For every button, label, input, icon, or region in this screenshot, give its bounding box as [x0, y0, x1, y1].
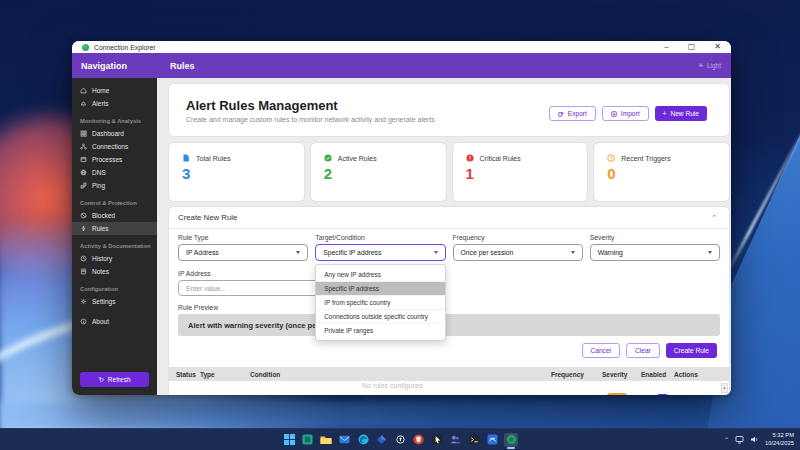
page-header-card: Alert Rules Management Create and manage…: [169, 84, 729, 136]
history-icon: [80, 255, 87, 262]
stat-value: 0: [607, 165, 719, 182]
globe-icon: [80, 169, 87, 176]
taskbar-file-explorer[interactable]: [319, 433, 333, 447]
taskbar-terminal[interactable]: [467, 433, 481, 447]
taskbar-app-teal[interactable]: [301, 433, 315, 447]
taskbar: ⌃ 5:32 PM 10/24/2025: [0, 428, 800, 450]
taskbar-connection-explorer[interactable]: [504, 433, 518, 447]
taskbar-people-app[interactable]: [449, 433, 463, 447]
taskbar-start-button[interactable]: [282, 433, 296, 447]
taskbar-mail[interactable]: [338, 433, 352, 447]
stat-value: 2: [324, 165, 436, 182]
import-icon: [611, 111, 617, 117]
import-button[interactable]: Import: [602, 106, 649, 121]
cursor-icon: [432, 434, 443, 445]
create-rule-button[interactable]: Create Rule: [666, 343, 717, 358]
teal-app-icon: [302, 434, 313, 445]
section-title: Alert Rules Management: [186, 98, 435, 113]
sidebar-item-connections[interactable]: Connections: [72, 140, 157, 153]
stat-value: 3: [182, 165, 294, 182]
blocked-icon: [80, 212, 87, 219]
nav-header: Navigation: [72, 53, 157, 78]
dropdown-option-selected[interactable]: Specific IP address: [316, 282, 444, 296]
field-frequency: Frequency Once per session: [453, 234, 583, 261]
caret-icon: [571, 251, 575, 254]
sidebar-item-ping[interactable]: Ping: [72, 179, 157, 192]
sidebar-item-dashboard[interactable]: Dashboard: [72, 127, 157, 140]
gear-icon: [80, 298, 87, 305]
export-button[interactable]: Export: [549, 106, 596, 121]
clock-icon: [607, 154, 615, 162]
connection-explorer-icon: [506, 434, 517, 445]
collapse-chevron-icon[interactable]: ⌃: [711, 214, 717, 222]
rules-table: Status Type Condition Frequency Severity…: [169, 367, 729, 395]
stat-total-rules: Total Rules 3: [169, 143, 304, 201]
volume-tray-icon[interactable]: [750, 435, 759, 444]
maximize-button[interactable]: ▢: [688, 43, 696, 51]
sidebar-item-home[interactable]: Home: [72, 84, 157, 97]
taskbar-app-diamond[interactable]: [375, 433, 389, 447]
sidebar-section-control: Control & Protection: [80, 200, 157, 206]
taskbar-1password[interactable]: [393, 433, 407, 447]
target-condition-select[interactable]: Specific IP address: [315, 244, 445, 261]
cancel-button[interactable]: Cancel: [582, 343, 621, 358]
rule-preview-label: Rule Preview: [178, 304, 720, 311]
taskbar-clock[interactable]: 5:32 PM 10/24/2025: [765, 432, 794, 448]
field-severity: Severity Warning: [590, 234, 720, 261]
people-icon: [450, 434, 461, 445]
severity-select[interactable]: Warning: [590, 244, 720, 261]
sidebar-item-alerts[interactable]: Alerts: [72, 97, 157, 110]
caret-icon: [708, 251, 712, 254]
sidebar-item-blocked[interactable]: Blocked: [72, 209, 157, 222]
severity-badge: [606, 393, 628, 395]
dropdown-option[interactable]: Private IP ranges: [316, 324, 444, 337]
table-scrollbar[interactable]: ▲: [721, 383, 728, 393]
taskbar-brave[interactable]: [412, 433, 426, 447]
app-window: Connection Explorer – ▢ ✕ Navigation Rul…: [72, 41, 731, 395]
taskbar-edge[interactable]: [356, 433, 370, 447]
sidebar-item-rules[interactable]: Rules: [72, 222, 157, 235]
minimize-button[interactable]: –: [664, 43, 668, 51]
dropdown-option[interactable]: IP from specific country: [316, 296, 444, 310]
window-icon: [80, 156, 87, 163]
new-rule-button[interactable]: + New Rule: [655, 106, 707, 121]
sidebar-item-history[interactable]: History: [72, 252, 157, 265]
window-title: Connection Explorer: [94, 44, 664, 51]
target-condition-dropdown: Any new IP address Specific IP address I…: [315, 264, 445, 341]
field-target-condition: Target/Condition Specific IP address Any…: [315, 234, 445, 261]
sidebar-section-activity: Activity & Documentation: [80, 243, 157, 249]
check-circle-icon: [324, 154, 332, 162]
frequency-select[interactable]: Once per session: [453, 244, 583, 261]
caret-icon: [434, 251, 438, 254]
folder-icon: [320, 434, 332, 446]
dashboard-icon: [80, 130, 87, 137]
taskbar-cursor-app[interactable]: [430, 433, 444, 447]
sidebar-item-about[interactable]: About: [72, 315, 157, 328]
enabled-toggle[interactable]: [656, 394, 669, 395]
sidebar-item-dns[interactable]: DNS: [72, 166, 157, 179]
dropdown-option[interactable]: Connections outside specific country: [316, 310, 444, 324]
rule-type-select[interactable]: IP Address: [178, 244, 308, 261]
file-icon: [182, 154, 190, 162]
sidebar-item-settings[interactable]: Settings: [72, 295, 157, 308]
clear-button[interactable]: Clear: [626, 343, 660, 358]
create-rule-title: Create New Rule: [178, 213, 237, 222]
network-tray-icon[interactable]: [735, 435, 744, 444]
refresh-button[interactable]: ↻ Refresh: [80, 372, 149, 387]
terminal-icon: [469, 434, 480, 445]
stats-row: Total Rules 3 Active Rules 2 Critical Ru…: [169, 143, 729, 201]
refresh-icon: ↻: [98, 376, 103, 384]
rules-icon: [80, 225, 87, 232]
main-content: Alert Rules Management Create and manage…: [157, 78, 731, 395]
taskbar-app-blue[interactable]: [486, 433, 500, 447]
close-button[interactable]: ✕: [714, 43, 721, 51]
theme-toggle[interactable]: ☀ Light: [698, 62, 721, 70]
dropdown-option[interactable]: Any new IP address: [316, 268, 444, 282]
blue-app-icon: [487, 434, 498, 445]
note-icon: [80, 268, 87, 275]
sidebar-item-processes[interactable]: Processes: [72, 153, 157, 166]
section-subtitle: Create and manage custom rules to monito…: [186, 116, 435, 123]
sidebar-item-notes[interactable]: Notes: [72, 265, 157, 278]
tray-chevron-icon[interactable]: ⌃: [724, 436, 729, 443]
caret-icon: [296, 251, 300, 254]
